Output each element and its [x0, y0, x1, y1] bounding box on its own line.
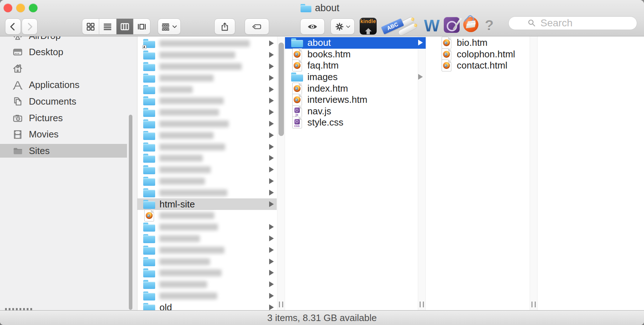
word-app-button[interactable]: W — [424, 17, 439, 34]
col2-item-books.htm[interactable]: books.htm — [285, 49, 426, 60]
col1-item-redacted-5[interactable] — [137, 95, 277, 107]
sidebar-item-sites[interactable]: Sites — [0, 144, 127, 158]
chevron-right-icon — [269, 121, 274, 127]
col1-item-redacted-18[interactable] — [137, 244, 277, 256]
paperclip-layers-app-icon — [463, 17, 478, 32]
col2-item-images[interactable]: images — [285, 71, 426, 83]
col2-item-faq.htm[interactable]: faq.htm — [285, 60, 426, 71]
col1-item-redacted-10[interactable] — [137, 153, 277, 164]
movies-icon — [12, 128, 24, 141]
folder-icon — [143, 61, 155, 73]
sidebar-item-movies[interactable]: Movies — [0, 128, 137, 141]
file-label: index.htm — [307, 83, 348, 94]
folder-icon — [143, 255, 155, 268]
chevron-down-icon — [171, 23, 178, 30]
sidebar-scrollbar[interactable] — [129, 115, 132, 310]
col1-item-redacted-9[interactable] — [137, 141, 277, 153]
col1-item-redacted-1[interactable] — [137, 49, 277, 61]
icon-view-button[interactable] — [82, 19, 99, 34]
sidebar-item-applications[interactable]: Applications — [0, 78, 137, 92]
col1-item-redacted-13[interactable] — [137, 187, 277, 198]
col1-item-redacted-3[interactable] — [137, 72, 277, 84]
column-resize-handle[interactable] — [420, 302, 424, 307]
col3-item-colophon.html[interactable]: colophon.html — [426, 49, 538, 60]
chevron-right-icon — [269, 224, 274, 230]
folder-icon — [143, 118, 155, 130]
column-view-button[interactable] — [117, 19, 133, 34]
col2-item-about[interactable]: about — [285, 37, 426, 49]
col1-item-redacted-15[interactable] — [137, 210, 277, 221]
col1-item-redacted-17[interactable] — [137, 233, 277, 245]
tag-button[interactable] — [245, 18, 269, 35]
redacted-file-label — [159, 63, 242, 70]
coverflow-view-icon — [136, 21, 147, 32]
send-to-kindle-button[interactable]: kindle — [360, 18, 377, 35]
kindle-arrow-icon — [365, 25, 372, 31]
sidebar-item-pictures[interactable]: Pictures — [0, 111, 137, 125]
minimize-button[interactable] — [16, 4, 25, 12]
chevron-right-icon — [269, 155, 274, 161]
col3-item-bio.htm[interactable]: bio.htm — [426, 37, 538, 49]
folder-icon — [143, 95, 155, 107]
folder-icon — [143, 221, 155, 233]
col1-item-redacted-20[interactable] — [137, 267, 277, 279]
folder-icon — [143, 278, 155, 291]
file-label: style.css — [307, 117, 343, 128]
search-input[interactable] — [508, 16, 637, 30]
folder-icon — [143, 267, 155, 279]
col1-item-redacted-4[interactable] — [137, 84, 277, 95]
sidebar-item-label: Movies — [29, 129, 58, 140]
purple-app-button[interactable] — [444, 17, 460, 33]
spellcheck-button[interactable]: ABC — [381, 17, 420, 36]
col2-item-style.css[interactable]: cssstyle.css — [285, 117, 426, 128]
forward-button[interactable] — [22, 18, 38, 35]
chevron-right-icon — [269, 293, 274, 299]
column-3-divider[interactable] — [530, 36, 538, 310]
zoom-button[interactable] — [29, 4, 38, 12]
column-resize-handle[interactable] — [531, 302, 536, 307]
col1-item-redacted-22[interactable] — [137, 290, 277, 302]
coverflow-view-button[interactable] — [133, 19, 150, 34]
airdrop-icon — [12, 36, 24, 42]
col1-item-redacted-12[interactable] — [137, 176, 277, 187]
col1-item-old[interactable]: old — [137, 302, 277, 310]
col1-item-redacted-6[interactable] — [137, 107, 277, 118]
orange-app-button[interactable] — [463, 17, 478, 32]
chevron-right-icon — [269, 63, 274, 69]
firefox-doc-icon — [440, 48, 452, 60]
help-button[interactable]: ? — [484, 17, 494, 34]
col2-item-nav.js[interactable]: jsnav.js — [285, 106, 426, 117]
firefox-doc-icon — [440, 60, 452, 72]
col1-item-redacted-11[interactable] — [137, 164, 277, 176]
action-menu-button[interactable] — [330, 18, 355, 35]
col1-item-redacted-21[interactable] — [137, 279, 277, 290]
sidebar-item-home[interactable] — [0, 62, 137, 75]
col2-item-index.htm[interactable]: index.htm — [285, 83, 426, 94]
col3-item-contact.html[interactable]: contact.html — [426, 60, 538, 71]
col1-item-redacted-0[interactable] — [137, 38, 277, 49]
sidebar-item-documents[interactable]: Documents — [0, 95, 137, 108]
sidebar-item-desktop[interactable]: Desktop — [0, 45, 137, 59]
share-button[interactable] — [214, 18, 235, 35]
col2-item-interviews.htm[interactable]: interviews.htm — [285, 94, 426, 106]
col1-item-redacted-19[interactable] — [137, 256, 277, 267]
file-label: nav.js — [307, 106, 331, 117]
sidebar-item-airdrop[interactable]: AirDrop — [0, 36, 137, 43]
col1-item-redacted-2[interactable] — [137, 61, 277, 73]
col1-item-redacted-16[interactable] — [137, 221, 277, 233]
col1-item-html-site[interactable]: html-site — [137, 198, 277, 210]
list-view-button[interactable] — [99, 19, 116, 34]
arrange-button[interactable] — [158, 18, 181, 35]
redacted-file-label — [159, 258, 210, 265]
chevron-right-icon — [269, 98, 274, 104]
column-4-empty — [538, 36, 644, 310]
back-button[interactable] — [5, 18, 21, 35]
quick-look-button[interactable] — [300, 18, 325, 35]
col1-item-redacted-8[interactable] — [137, 129, 277, 141]
folder-icon — [143, 186, 155, 199]
chevron-left-icon — [7, 21, 19, 32]
col1-item-redacted-7[interactable] — [137, 118, 277, 130]
column-2: aboutbooks.htmfaq.htmimagesindex.htminte… — [285, 36, 426, 310]
redacted-file-label — [159, 281, 207, 288]
close-button[interactable] — [4, 4, 12, 12]
